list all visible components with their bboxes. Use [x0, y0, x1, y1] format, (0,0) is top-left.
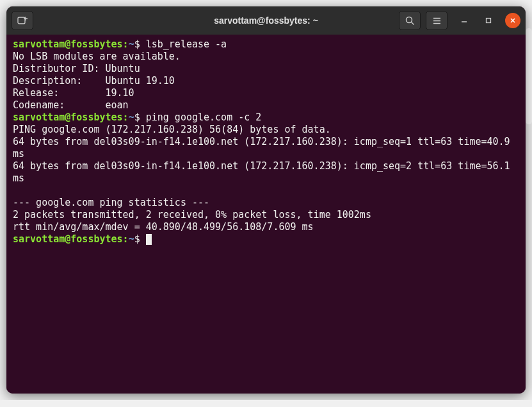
command-output: PING google.com (172.217.160.238) 56(84)…	[13, 124, 519, 233]
prompt-symbol: $	[134, 38, 146, 50]
svg-line-4	[411, 22, 414, 24]
window-title: sarvottam@fossbytes: ~	[214, 15, 318, 26]
command-output: No LSB modules are available. Distributo…	[13, 51, 519, 112]
svg-rect-9	[487, 19, 491, 23]
prompt-path: ~	[129, 233, 134, 245]
svg-point-3	[406, 17, 412, 22]
prompt-symbol: $	[134, 112, 146, 123]
prompt-symbol: $	[134, 233, 146, 245]
maximize-icon	[485, 17, 492, 24]
command-line: sarvottam@fossbytes:~$	[13, 233, 519, 245]
cursor	[146, 234, 152, 245]
hamburger-icon	[432, 16, 442, 26]
search-button[interactable]	[399, 11, 421, 30]
prompt-path: ~	[129, 38, 134, 50]
terminal-body[interactable]: sarvottam@fossbytes:~$ lsb_release -aNo …	[6, 35, 526, 394]
new-tab-button[interactable]	[12, 11, 33, 30]
prompt-userhost: sarvottam@fossbytes	[13, 38, 123, 50]
prompt-path: ~	[129, 112, 134, 123]
search-icon	[405, 16, 415, 26]
command-line: sarvottam@fossbytes:~$ ping google.com -…	[13, 112, 519, 124]
command-text: ping google.com -c 2	[146, 112, 262, 123]
maximize-button[interactable]	[481, 13, 496, 28]
prompt-userhost: sarvottam@fossbytes	[13, 112, 123, 123]
minimize-button[interactable]	[456, 13, 472, 28]
minimize-icon	[460, 17, 468, 24]
titlebar: sarvottam@fossbytes: ~	[6, 6, 526, 35]
menu-button[interactable]	[426, 11, 447, 30]
command-text: lsb_release -a	[146, 38, 227, 50]
new-tab-icon	[17, 15, 28, 26]
close-button[interactable]	[505, 13, 520, 28]
terminal-window: sarvottam@fossbytes: ~	[6, 6, 526, 394]
close-icon	[509, 17, 517, 24]
prompt-userhost: sarvottam@fossbytes	[13, 233, 123, 245]
command-line: sarvottam@fossbytes:~$ lsb_release -a	[13, 38, 519, 51]
